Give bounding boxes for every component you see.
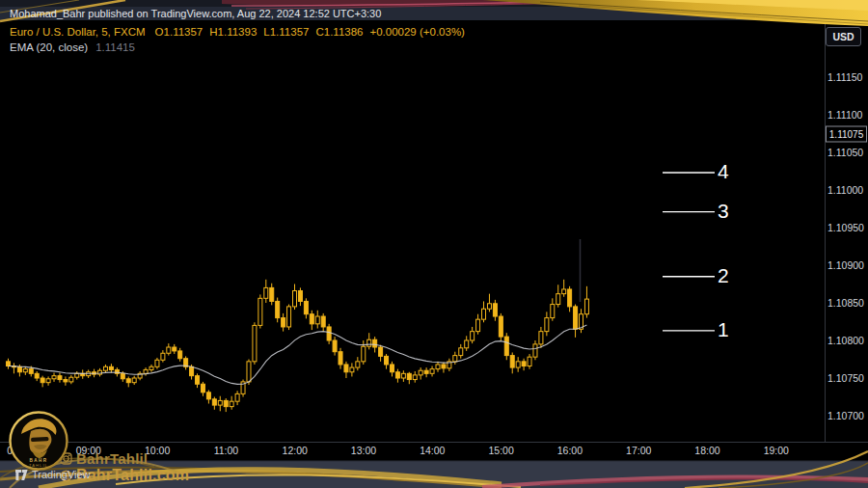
- ema-legend[interactable]: EMA (20, close)1.11415: [10, 41, 135, 53]
- price-tick: 1.10900: [827, 259, 864, 271]
- price-axis-border: [825, 20, 826, 442]
- tradingview-icon: [15, 470, 28, 480]
- candle-wicks: [9, 280, 587, 412]
- time-tick: 17:00: [626, 445, 651, 456]
- level-number-4: 4: [718, 160, 729, 183]
- ohlc-high: H1.11393: [209, 26, 257, 38]
- tradingview-label: TradingView: [32, 469, 91, 480]
- price-tick: 1.11000: [827, 184, 863, 196]
- symbol-legend[interactable]: Euro / U.S. Dollar, 5, FXCMO1.11357H1.11…: [10, 26, 465, 38]
- price-tick: 1.11150: [827, 71, 862, 83]
- price-tick: 1.11050: [827, 147, 863, 158]
- ohlc-low: L1.11357: [263, 26, 309, 38]
- candlestick-chart[interactable]: [0, 0, 868, 488]
- level-number-2: 2: [718, 264, 729, 287]
- last-price-label: 1.11075: [826, 125, 867, 142]
- ema-value: 1.11415: [95, 41, 135, 53]
- time-tick: 19:00: [764, 445, 789, 456]
- watermark-site: BahrTahlil.com: [76, 467, 189, 484]
- attribution-text: Mohamad_Bahr published on TradingView.co…: [10, 8, 381, 20]
- price-tick: 1.10800: [827, 335, 864, 346]
- price-tick: 1.10700: [827, 410, 864, 421]
- time-tick: 15:00: [488, 445, 513, 456]
- time-tick: 12:00: [283, 445, 308, 456]
- time-tick: 13:00: [351, 445, 376, 456]
- symbol-title[interactable]: Euro / U.S. Dollar, 5, FXCM: [10, 26, 146, 38]
- ohlc-close: C1.11386: [315, 26, 363, 38]
- currency-toggle-button[interactable]: USD: [826, 27, 861, 46]
- time-tick: 18:00: [694, 445, 719, 456]
- watermark-handle: BahrTahlil: [76, 450, 148, 467]
- ohlc-open: O1.11357: [155, 26, 203, 38]
- time-tick: 16:00: [557, 445, 583, 456]
- logo-text-line2: TAHLIL: [29, 463, 48, 468]
- price-tick: 1.10950: [827, 222, 864, 233]
- candle-bodies: [7, 287, 589, 406]
- level-lines[interactable]: [663, 173, 715, 331]
- ohlc-change: +0.00029 (+0.03%): [369, 26, 464, 38]
- level-number-3: 3: [718, 200, 729, 223]
- time-tick: 11:00: [214, 445, 239, 456]
- price-tick: 1.10850: [827, 297, 864, 309]
- price-tick: 1.10750: [827, 372, 864, 384]
- time-tick: 14:00: [420, 445, 445, 456]
- level-number-1: 1: [718, 318, 729, 341]
- time-axis-border: [0, 442, 868, 443]
- bahrtahlil-logo: BAHR TAHLIL: [9, 411, 68, 471]
- tradingview-logo[interactable]: TradingView: [15, 469, 91, 480]
- ema-label[interactable]: EMA (20, close): [10, 41, 88, 53]
- price-tick: 1.11100: [827, 109, 862, 121]
